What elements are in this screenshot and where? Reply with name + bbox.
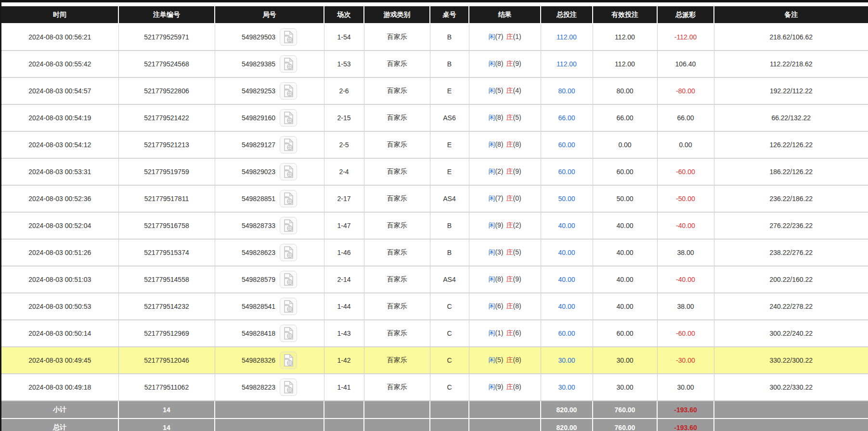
cell-time: 2024-08-03 00:53:31 bbox=[1, 158, 118, 185]
cell-result: 闲(5)庄(4) bbox=[469, 77, 541, 104]
table-row[interactable]: 2024-08-03 00:54:57 521779522806 5498292… bbox=[1, 77, 868, 104]
result-player-label: 闲 bbox=[488, 114, 495, 121]
result-player-points: (1) bbox=[495, 329, 503, 337]
table-row[interactable]: 2024-08-03 00:49:18 521779511062 5498282… bbox=[1, 374, 868, 401]
cell-result: 闲(5)庄(8) bbox=[469, 347, 541, 374]
round-number: 549828623 bbox=[242, 249, 275, 256]
result-player-points: (9) bbox=[495, 221, 503, 229]
cell-remark: 238.22/276.22 bbox=[714, 239, 868, 266]
table-row[interactable]: 2024-08-03 00:51:03 521779514558 5498285… bbox=[1, 266, 868, 293]
video-replay-icon[interactable] bbox=[280, 28, 297, 46]
cell-valid-bet: 40.00 bbox=[593, 266, 657, 293]
table-row[interactable]: 2024-08-03 00:54:19 521779521422 5498291… bbox=[1, 104, 868, 131]
video-replay-icon[interactable] bbox=[280, 82, 297, 100]
result-player-label: 闲 bbox=[488, 248, 495, 256]
cell-valid-bet: 50.00 bbox=[593, 185, 657, 212]
video-replay-icon[interactable] bbox=[280, 298, 297, 315]
summary-valid-bet: 760.00 bbox=[593, 401, 657, 418]
result-banker-points: (8) bbox=[513, 356, 521, 364]
summary-row: 总计 14 820.00 760.00 -193.60 bbox=[1, 418, 868, 431]
cell-game-type: 百家乐 bbox=[364, 158, 430, 185]
column-header-valid-bet: 有效投注 bbox=[593, 6, 657, 24]
video-replay-icon[interactable] bbox=[280, 271, 297, 288]
video-replay-icon[interactable] bbox=[280, 325, 297, 342]
cell-payout: 38.00 bbox=[657, 293, 714, 320]
cell-bet-id: 521779514558 bbox=[118, 266, 215, 293]
video-replay-icon[interactable] bbox=[280, 217, 297, 234]
cell-session: 1-54 bbox=[324, 24, 364, 51]
cell-session: 1-43 bbox=[324, 320, 364, 347]
table-row[interactable]: 2024-08-03 00:52:04 521779516758 5498287… bbox=[1, 212, 868, 239]
column-header-table-no: 桌号 bbox=[430, 6, 469, 24]
cell-result: 闲(8)庄(5) bbox=[469, 104, 541, 131]
cell-payout: -60.00 bbox=[657, 320, 714, 347]
cell-session: 2-6 bbox=[324, 77, 364, 104]
cell-table-no: B bbox=[430, 24, 469, 51]
table-footer: 小计 14 820.00 760.00 -193.60 总计 14 820.00… bbox=[1, 401, 868, 431]
cell-session: 2-14 bbox=[324, 266, 364, 293]
result-player-label: 闲 bbox=[488, 33, 495, 40]
cell-bet-id: 521779515374 bbox=[118, 239, 215, 266]
cell-game-type: 百家乐 bbox=[364, 104, 430, 131]
cell-payout: 66.00 bbox=[657, 104, 714, 131]
video-replay-icon[interactable] bbox=[280, 136, 297, 153]
cell-round-id: 549828623 bbox=[215, 239, 324, 266]
table-row[interactable]: 2024-08-03 00:50:53 521779514232 5498285… bbox=[1, 293, 868, 320]
video-replay-icon[interactable] bbox=[280, 244, 297, 261]
cell-round-id: 549829253 bbox=[215, 77, 324, 104]
cell-total-bet: 30.00 bbox=[541, 347, 593, 374]
video-replay-icon[interactable] bbox=[280, 352, 297, 369]
cell-round-id: 549828418 bbox=[215, 320, 324, 347]
cell-bet-id: 521779524568 bbox=[118, 51, 215, 77]
table-body: 2024-08-03 00:56:21 521779525971 5498295… bbox=[1, 24, 868, 401]
result-player-points: (2) bbox=[495, 167, 503, 175]
cell-valid-bet: 80.00 bbox=[593, 77, 657, 104]
table-row[interactable]: 2024-08-03 00:50:14 521779512969 5498284… bbox=[1, 320, 868, 347]
column-header-game-type: 游戏类别 bbox=[364, 6, 430, 24]
result-player-points: (9) bbox=[495, 383, 503, 391]
video-replay-icon[interactable] bbox=[280, 109, 297, 127]
summary-empty-result bbox=[469, 401, 541, 418]
column-header-round-id: 局号 bbox=[215, 6, 324, 24]
cell-round-id: 549829127 bbox=[215, 131, 324, 158]
result-player-points: (8) bbox=[495, 275, 503, 283]
column-header-result: 结果 bbox=[469, 6, 541, 24]
cell-round-id: 549828851 bbox=[215, 185, 324, 212]
cell-bet-id: 521779521213 bbox=[118, 131, 215, 158]
cell-valid-bet: 30.00 bbox=[593, 347, 657, 374]
cell-valid-bet: 112.00 bbox=[593, 24, 657, 51]
round-number: 549828733 bbox=[242, 222, 275, 229]
video-replay-icon[interactable] bbox=[280, 379, 297, 396]
video-replay-icon[interactable] bbox=[280, 163, 297, 180]
table-row[interactable]: 2024-08-03 00:55:42 521779524568 5498293… bbox=[1, 51, 868, 77]
cell-valid-bet: 0.00 bbox=[593, 131, 657, 158]
video-replay-icon[interactable] bbox=[280, 190, 297, 207]
cell-bet-id: 521779521422 bbox=[118, 104, 215, 131]
column-header-time: 时间 bbox=[1, 6, 118, 24]
cell-time: 2024-08-03 00:54:57 bbox=[1, 77, 118, 104]
column-header-session: 场次 bbox=[324, 6, 364, 24]
table-row[interactable]: 2024-08-03 00:52:36 521779517811 5498288… bbox=[1, 185, 868, 212]
table-row[interactable]: 2024-08-03 00:56:21 521779525971 5498295… bbox=[1, 24, 868, 51]
cell-total-bet: 60.00 bbox=[541, 158, 593, 185]
cell-game-type: 百家乐 bbox=[364, 77, 430, 104]
result-banker-points: (8) bbox=[513, 140, 521, 148]
result-banker-label: 庄 bbox=[506, 383, 513, 391]
cell-game-type: 百家乐 bbox=[364, 24, 430, 51]
round-number: 549829127 bbox=[242, 141, 275, 149]
table-row[interactable]: 2024-08-03 00:54:12 521779521213 5498291… bbox=[1, 131, 868, 158]
video-replay-icon[interactable] bbox=[280, 55, 297, 73]
table-row[interactable]: 2024-08-03 00:51:26 521779515374 5498286… bbox=[1, 239, 868, 266]
cell-table-no: C bbox=[430, 347, 469, 374]
table-row[interactable]: 2024-08-03 00:53:31 521779519759 5498290… bbox=[1, 158, 868, 185]
result-player-label: 闲 bbox=[488, 87, 495, 94]
cell-game-type: 百家乐 bbox=[364, 347, 430, 374]
cell-valid-bet: 112.00 bbox=[593, 51, 657, 77]
result-player-label: 闲 bbox=[488, 194, 495, 202]
result-player-label: 闲 bbox=[488, 167, 495, 175]
cell-remark: 200.22/160.22 bbox=[714, 266, 868, 293]
cell-result: 闲(8)庄(9) bbox=[469, 51, 541, 77]
result-banker-label: 庄 bbox=[506, 302, 513, 310]
cell-payout: -112.00 bbox=[657, 24, 714, 51]
table-row[interactable]: 2024-08-03 00:49:45 521779512046 5498283… bbox=[1, 347, 868, 374]
